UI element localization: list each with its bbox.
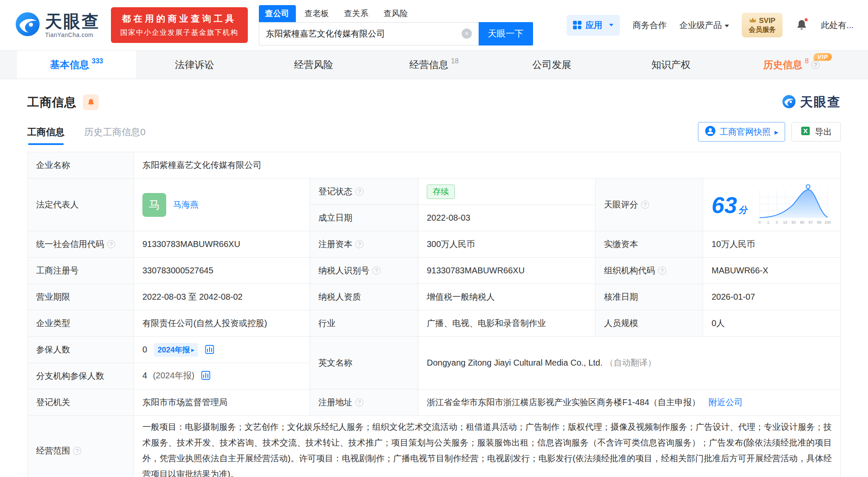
company-type-label: 企业类型 — [28, 310, 134, 337]
tianyancha-logo[interactable]: 天眼查 TianYanCha.com — [14, 11, 100, 39]
tab-label: 经营风险 — [294, 58, 333, 71]
org-code-label: 组织机构代码 — [596, 258, 703, 284]
help-icon[interactable] — [73, 447, 81, 455]
subtab-row: 工商信息 历史工商信息0 工商官网快照 导出 — [27, 122, 841, 145]
promo-banner[interactable]: 都在用的商业查询工具 国家中小企业发展子基金旗下机构 — [111, 7, 248, 43]
branch-insured-value: 4 (2024年报) — [134, 363, 310, 389]
crown-icon — [749, 16, 757, 25]
status-badge: 存续 — [427, 185, 455, 199]
auto-translate-note: （自动翻译） — [605, 358, 656, 367]
help-icon[interactable] — [658, 267, 666, 275]
credit-code-label: 统一社会信用代码 — [28, 231, 134, 258]
enterprise-products-link[interactable]: 企业级产品 — [679, 20, 729, 31]
reg-status-label: 登记状态 — [310, 179, 418, 205]
tab-label: 历史信息 — [763, 58, 802, 71]
tab-business-info[interactable]: 经营信息18 — [374, 51, 494, 79]
tab-basic-info[interactable]: 基本信息333 — [17, 51, 136, 79]
address-label: 注册地址 — [310, 389, 418, 416]
search-input-wrap — [259, 22, 479, 45]
notification-bell-icon[interactable] — [795, 19, 808, 31]
tianyancha-logo-icon — [14, 11, 41, 39]
tab-label: 公司发展 — [532, 58, 571, 71]
label-text: 注册资本 — [318, 239, 352, 249]
tab-operating-risk[interactable]: 经营风险 — [255, 51, 374, 79]
score-curve-chart: 0 1 3 15 50 85 97 99 100 — [756, 184, 832, 226]
main-content: 工商信息 天眼查 工商信息 历史工商信息0 工商官网快照 — [0, 94, 868, 477]
insured-count-value: 0 2024年报 — [134, 337, 310, 363]
business-scope-value: 一般项目：电影摄制服务；文艺创作；文化娱乐经纪人服务；组织文化艺术交流活动；租借… — [134, 416, 841, 477]
help-icon[interactable] — [372, 267, 380, 275]
company-nav-tabs: 基本信息333 法律诉讼 经营风险 经营信息18 公司发展 知识产权 VIP 历… — [0, 50, 868, 79]
help-icon[interactable] — [107, 240, 115, 248]
legal-rep-label: 法定代表人 — [28, 179, 134, 231]
tab-count: 18 — [451, 57, 459, 65]
subtab-history-registration[interactable]: 历史工商信息0 — [84, 126, 145, 145]
search-tab-boss[interactable]: 查老板 — [298, 5, 335, 22]
help-icon[interactable] — [811, 61, 820, 69]
tab-company-development[interactable]: 公司发展 — [494, 51, 613, 79]
monitor-bell-icon[interactable] — [83, 94, 99, 110]
snapshot-icon — [705, 125, 716, 139]
staff-size-label: 人员规模 — [596, 310, 703, 337]
tab-legal-proceedings[interactable]: 法律诉讼 — [136, 51, 255, 79]
branch-insured-number: 4 — [142, 371, 147, 380]
search-tab-risk[interactable]: 查风险 — [377, 5, 414, 22]
official-snapshot-button[interactable]: 工商官网快照 — [698, 122, 785, 142]
svip-member-button[interactable]: SVIP 会员服务 — [742, 13, 783, 37]
label-text: 登记状态 — [318, 187, 352, 196]
tianyancha-logo-icon — [782, 94, 796, 111]
company-name-label: 企业名称 — [28, 152, 134, 179]
subtab-business-registration[interactable]: 工商信息 — [27, 126, 65, 145]
subtab-actions: 工商官网快照 导出 — [698, 122, 841, 145]
tab-history-info[interactable]: VIP 历史信息8 — [732, 51, 851, 79]
annual-report-link[interactable]: 2024年报 — [154, 343, 199, 357]
label-text: 经营范围 — [36, 446, 70, 455]
account-menu[interactable]: 此处有... — [821, 20, 854, 31]
chart-icon[interactable] — [205, 345, 214, 356]
annual-report-label: 2024年报 — [158, 345, 190, 355]
search-tab-company[interactable]: 查公司 — [259, 5, 296, 22]
export-button[interactable]: 导出 — [791, 122, 841, 142]
enterprise-products-label: 企业级产品 — [679, 20, 722, 30]
help-icon[interactable] — [641, 201, 649, 209]
staff-size-value: 0人 — [703, 310, 841, 337]
svip-label-top: SVIP — [759, 16, 775, 25]
vip-badge: VIP — [814, 53, 832, 61]
english-name-text: Dongyang Zitong Jiayi Cultural Media Co.… — [427, 358, 603, 367]
promo-line2: 国家中小企业发展子基金旗下机构 — [120, 28, 238, 37]
help-icon[interactable] — [355, 187, 363, 196]
search-button[interactable]: 天眼一下 — [479, 22, 533, 45]
nearby-companies-link[interactable]: 附近公司 — [709, 398, 743, 407]
search-tab-relation[interactable]: 查关系 — [338, 5, 375, 22]
arrow-right-icon — [774, 127, 778, 137]
promo-line1: 都在用的商业查询工具 — [120, 13, 238, 25]
tab-label: 经营信息 — [409, 58, 448, 71]
reg-authority-label: 登记机关 — [28, 389, 134, 416]
chevron-down-icon — [725, 25, 729, 27]
snapshot-button-label: 工商官网快照 — [720, 126, 771, 138]
chart-icon[interactable] — [201, 371, 210, 382]
help-icon[interactable] — [355, 398, 363, 406]
search-tabs: 查公司 查老板 查关系 查风险 — [259, 5, 533, 22]
svg-text:100: 100 — [824, 220, 831, 224]
help-icon[interactable] — [355, 240, 363, 248]
reg-number-label: 工商注册号 — [28, 258, 134, 284]
label-text: 组织机构代码 — [604, 266, 655, 275]
label-text: 统一社会信用代码 — [36, 239, 104, 249]
legal-rep-cell: 马 马海燕 — [134, 179, 310, 231]
apps-button[interactable]: 应用 — [567, 15, 620, 36]
taxpayer-id-label: 纳税人识别号 — [310, 258, 418, 284]
clear-search-icon[interactable] — [462, 28, 472, 39]
search-input[interactable] — [266, 29, 462, 39]
table-row: 企业名称 东阳紫橦嘉艺文化传媒有限公司 — [28, 152, 841, 179]
tab-intellectual-property[interactable]: 知识产权 — [613, 51, 732, 79]
score-value: 63分 — [712, 192, 747, 218]
tab-count: 333 — [92, 57, 103, 65]
search-area: 查公司 查老板 查关系 查风险 天眼一下 — [259, 5, 533, 45]
legal-rep-link[interactable]: 马海燕 — [173, 199, 199, 210]
section-watermark-logo: 天眼查 — [782, 94, 841, 111]
biz-cooperation-link[interactable]: 商务合作 — [633, 20, 667, 31]
table-row: 营业期限 2022-08-03 至 2042-08-02 纳税人资质 增值税一般… — [28, 284, 841, 310]
legal-rep-avatar[interactable]: 马 — [142, 193, 166, 217]
reg-status-value: 存续 — [418, 179, 596, 205]
